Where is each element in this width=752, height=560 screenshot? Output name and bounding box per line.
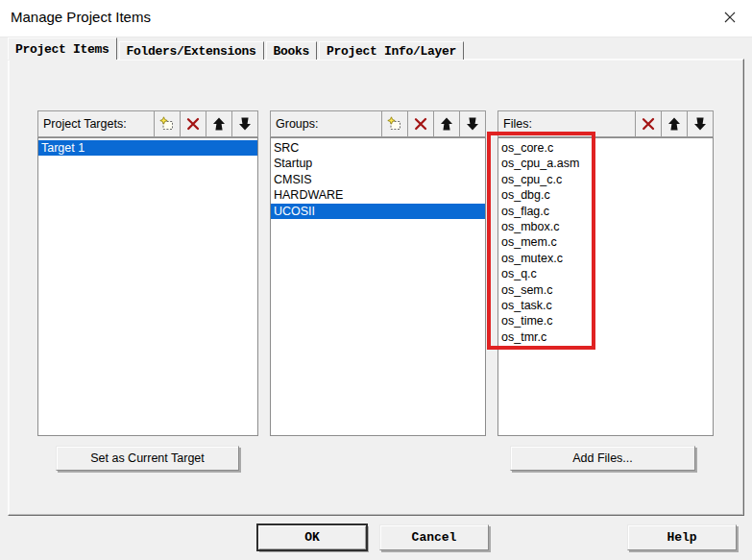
list-item[interactable]: os_task.c: [498, 298, 713, 313]
list-item[interactable]: os_mutex.c: [498, 251, 713, 266]
move-up-icon: [439, 116, 454, 132]
move-file-up-button[interactable]: [661, 111, 687, 136]
files-label: Files:: [498, 111, 635, 136]
tab-label: Books: [274, 44, 310, 59]
list-item[interactable]: Target 1: [38, 140, 257, 156]
move-down-icon: [465, 116, 480, 132]
list-item[interactable]: os_flag.c: [498, 204, 713, 219]
list-item[interactable]: os_sem.c: [498, 282, 713, 298]
project-items-tab-page: Project Targets:: [8, 59, 744, 516]
delete-target-button[interactable]: [180, 111, 206, 136]
list-item[interactable]: HARDWARE: [271, 187, 485, 203]
groups-label: Groups:: [271, 111, 381, 136]
delete-file-button[interactable]: [635, 111, 661, 136]
new-target-button[interactable]: [154, 111, 180, 136]
list-item[interactable]: os_mem.c: [498, 234, 713, 250]
list-item[interactable]: os_tmr.c: [498, 329, 713, 345]
project-targets-header: Project Targets:: [37, 110, 258, 137]
list-item[interactable]: os_cpu_a.asm: [498, 156, 713, 171]
move-up-icon: [667, 116, 682, 132]
list-item[interactable]: SRC: [271, 140, 485, 156]
add-files-button[interactable]: Add Files...: [510, 446, 695, 471]
move-target-down-button[interactable]: [231, 111, 257, 136]
tab-folders-extensions[interactable]: Folders/Extensions: [119, 41, 264, 60]
list-item[interactable]: os_mbox.c: [498, 219, 713, 234]
list-item[interactable]: os_q.c: [498, 266, 713, 281]
tab-books[interactable]: Books: [266, 41, 318, 60]
list-item[interactable]: CMSIS: [271, 172, 485, 187]
list-item[interactable]: Startup: [271, 156, 485, 171]
close-icon: [722, 10, 738, 25]
move-up-icon: [211, 116, 227, 132]
close-button[interactable]: [716, 5, 743, 30]
files-list[interactable]: os_core.cos_cpu_a.asmos_cpu_c.cos_dbg.co…: [497, 137, 714, 436]
list-item[interactable]: os_time.c: [498, 313, 713, 329]
move-down-icon: [237, 116, 253, 132]
move-group-up-button[interactable]: [433, 111, 459, 136]
ok-button[interactable]: OK: [257, 524, 367, 550]
groups-header: Groups:: [270, 110, 486, 137]
cancel-button[interactable]: Cancel: [379, 524, 489, 550]
dialog-title: Manage Project Items: [11, 9, 151, 25]
list-item[interactable]: UCOSII: [271, 204, 485, 219]
tab-strip: Project Items Folders/Extensions Books P…: [8, 37, 464, 60]
new-item-icon: [159, 116, 175, 132]
move-group-down-button[interactable]: [459, 111, 485, 136]
groups-list[interactable]: SRCStartupCMSISHARDWAREUCOSII: [270, 137, 486, 436]
manage-project-items-dialog: Manage Project Items Project Items Folde…: [0, 0, 752, 560]
list-item[interactable]: os_dbg.c: [498, 187, 713, 203]
project-targets-label: Project Targets:: [38, 111, 154, 136]
tab-label: Folders/Extensions: [127, 44, 256, 59]
list-item[interactable]: os_cpu_c.c: [498, 172, 713, 187]
help-button[interactable]: Help: [627, 524, 737, 550]
list-item[interactable]: os_core.c: [498, 140, 713, 156]
move-target-up-button[interactable]: [206, 111, 231, 136]
delete-icon: [185, 116, 201, 132]
move-file-down-button[interactable]: [687, 111, 713, 136]
delete-icon: [641, 116, 656, 132]
tab-project-info-layer[interactable]: Project Info/Layer: [319, 41, 464, 60]
files-header: Files:: [497, 110, 714, 137]
tab-label: Project Items: [15, 42, 109, 57]
tab-project-items[interactable]: Project Items: [8, 37, 117, 60]
project-targets-list[interactable]: Target 1: [37, 137, 258, 436]
delete-group-button[interactable]: [407, 111, 433, 136]
new-item-icon: [387, 116, 402, 132]
new-group-button[interactable]: [381, 111, 407, 136]
title-bar: Manage Project Items: [0, 0, 752, 37]
tab-label: Project Info/Layer: [327, 44, 456, 59]
delete-icon: [413, 116, 428, 132]
set-as-current-target-button[interactable]: Set as Current Target: [56, 446, 239, 471]
move-down-icon: [692, 116, 708, 132]
